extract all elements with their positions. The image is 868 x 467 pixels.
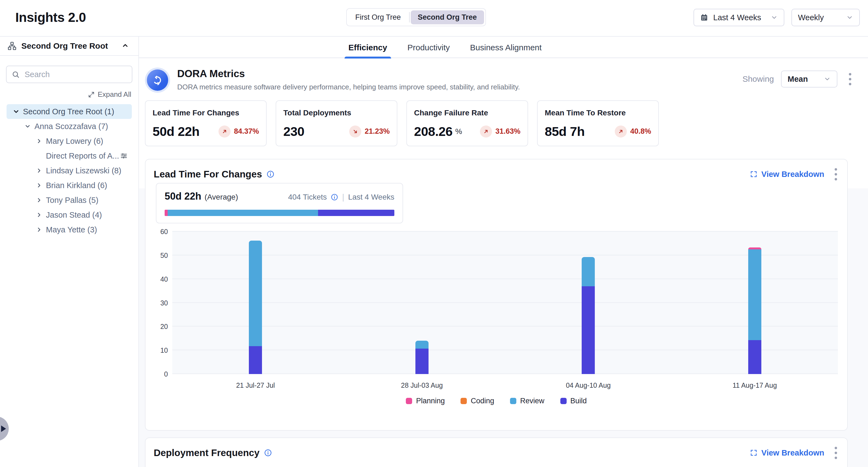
tab-productivity[interactable]: Productivity [406,37,452,59]
deployment-frequency-header: Deployment Frequency View Breakdown [154,445,841,461]
metric-card-change-failure-rate: Change Failure Rate 208.26 % 31.63% [406,100,528,146]
bar-segment-build [582,286,595,374]
info-icon[interactable] [266,170,275,178]
filter-sliders-icon[interactable] [120,152,128,160]
sidebar-title: Second Org Tree Root [21,41,108,51]
metric-title: Lead Time For Changes [153,108,259,117]
trend-down-icon [349,125,361,137]
tree-item-root[interactable]: Second Org Tree Root (1) [6,104,132,119]
lead-time-header: Lead Time For Changes View Breakdown [154,166,841,182]
tree-item-tony-pallas[interactable]: Tony Pallas (5) [6,193,132,208]
chevron-right-icon[interactable] [34,225,44,234]
bar-segment-planning [748,247,761,249]
tabs: Efficiency Productivity Business Alignme… [347,37,544,59]
legend-item-build[interactable]: Build [560,397,587,405]
calendar-icon [700,13,708,22]
metric-title: Change Failure Rate [414,108,520,117]
sidebar-search [6,66,132,83]
chevron-right-icon[interactable] [34,210,44,220]
bar-slot [339,231,505,374]
lead-time-chart [172,231,838,374]
chevron-right-icon[interactable] [34,166,44,175]
x-tick-label: 21 Jul-27 Jul [172,381,339,390]
chevron-down-icon[interactable] [23,122,32,131]
tab-efficiency[interactable]: Efficiency [347,37,389,59]
summary-value: 50d 22h [165,191,201,202]
metric-card-total-deployments: Total Deployments 230 21.23% [276,100,397,146]
search-icon [11,70,20,79]
search-input[interactable] [6,66,132,83]
info-icon[interactable] [331,193,338,201]
tree-item-label: Jason Stead (4) [46,211,102,220]
view-breakdown-button[interactable]: View Breakdown [750,448,824,458]
phase-mini-bar [165,210,394,216]
tab-business-alignment[interactable]: Business Alignment [468,37,544,59]
tree-item-anna-scozzafava[interactable]: Anna Scozzafava (7) [6,119,132,134]
expand-all-button[interactable]: Expand All [0,90,131,99]
stacked-bar-2[interactable] [415,231,429,374]
aggregation-select[interactable]: Mean [781,70,837,88]
app-header: Insights 2.0 First Org Tree Second Org T… [0,0,868,36]
insights-app: Insights 2.0 First Org Tree Second Org T… [0,0,868,467]
metric-cards: Lead Time For Changes 50d 22h 84.37% Tot… [145,100,659,146]
tree-item-lindsay-liszewski[interactable]: Lindsay Liszewski (8) [6,163,132,178]
x-axis: 21 Jul-27 Jul28 Jul-03 Aug04 Aug-10 Aug1… [172,381,838,390]
tree-item-brian-kirkland[interactable]: Brian Kirkland (6) [6,178,132,193]
dora-subtitle: DORA metrics measure software delivery p… [177,83,520,91]
granularity-select[interactable]: Weekly [792,9,860,26]
toggle-first-org-tree[interactable]: First Org Tree [348,10,408,24]
metric-delta: 31.63% [480,125,520,137]
stacked-bar-3[interactable] [582,231,595,374]
metric-value: 208.26 [414,124,453,139]
chevron-down-icon[interactable] [11,107,21,116]
tree-item-jason-stead[interactable]: Jason Stead (4) [6,208,132,222]
mini-bar-segment-review [168,210,318,216]
header-controls: Last 4 Weeks Weekly [693,9,860,26]
y-tick-label: 0 [164,370,168,378]
legend-item-planning[interactable]: Planning [406,397,445,405]
dora-icon [145,67,170,93]
toggle-second-org-tree[interactable]: Second Org Tree [411,10,484,24]
x-tick-label: 04 Aug-10 Aug [505,381,672,390]
chevron-right-icon[interactable] [34,136,44,146]
info-icon[interactable] [264,449,272,457]
deployment-menu-button[interactable] [830,445,841,461]
planning-swatch [406,398,412,404]
main-content: Efficiency Productivity Business Alignme… [139,36,868,467]
showing-controls: Showing Mean [742,70,856,88]
aggregation-value: Mean [787,75,819,84]
summary-period: Last 4 Weeks [348,193,394,201]
y-tick-label: 20 [160,323,168,331]
y-tick-label: 30 [160,299,168,307]
tree-item-direct-reports[interactable]: Direct Reports of A... [6,149,132,163]
summary-qualifier: (Average) [205,193,238,201]
stacked-bar-4[interactable] [748,231,761,374]
expand-all-label: Expand All [98,90,131,99]
bar-segment-review [748,249,761,340]
chevron-right-icon[interactable] [34,195,44,205]
bar-segment-build [415,349,429,374]
expand-corners-icon [750,170,757,178]
chevron-up-icon [121,41,130,50]
sidebar-collapse-button[interactable] [120,40,131,52]
legend-item-coding[interactable]: Coding [461,397,494,405]
tree-item-label: Maya Yette (3) [46,225,97,234]
y-tick-label: 40 [160,275,168,283]
stacked-bar-1[interactable] [249,231,262,374]
tree-item-maya-yette[interactable]: Maya Yette (3) [6,222,132,237]
date-range-select[interactable]: Last 4 Weeks [693,9,784,26]
lead-time-menu-button[interactable] [830,166,841,182]
view-breakdown-button[interactable]: View Breakdown [750,170,824,179]
metric-card-lead-time: Lead Time For Changes 50d 22h 84.37% [145,100,267,146]
legend-item-review[interactable]: Review [510,397,545,405]
chevron-down-icon [771,14,778,21]
y-tick-label: 50 [160,251,168,259]
dora-menu-button[interactable] [844,71,856,87]
showing-label: Showing [742,74,774,84]
chevron-right-icon[interactable] [34,181,44,190]
chevron-down-icon [824,75,831,83]
chart-legend: Planning Coding Review Build [146,397,847,405]
trend-up-icon [480,125,492,137]
bar-segment-review [415,341,429,349]
tree-item-mary-lowery[interactable]: Mary Lowery (6) [6,134,132,149]
